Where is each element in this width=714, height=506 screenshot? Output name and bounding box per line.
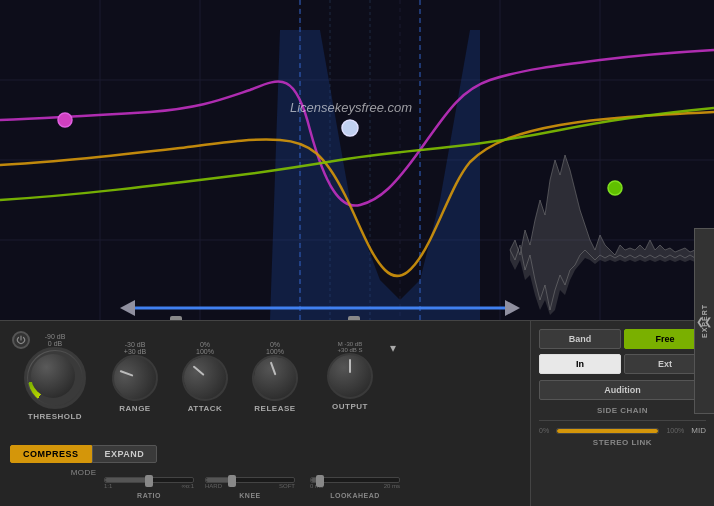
- release-min-label: 0%: [270, 341, 280, 348]
- knee-slider[interactable]: [205, 477, 295, 483]
- mode-section: COMPRESS EXPAND MODE: [10, 445, 157, 477]
- stereo-slider-fill: [557, 429, 658, 433]
- range-section: -30 dB +30 dB RANGE: [100, 329, 170, 413]
- ratio-slider-thumb[interactable]: [145, 475, 153, 487]
- threshold-min-label: -90 dB: [45, 333, 66, 340]
- threshold-max-label: 0 dB: [48, 340, 62, 347]
- knee-sublabels: HARD SOFT: [205, 483, 295, 489]
- threshold-section: -90 dB 0 dB THRESHOLD: [10, 329, 100, 421]
- ratio-left-label: 1:1: [104, 483, 112, 489]
- graph-canvas: [0, 0, 714, 320]
- main-container: Licensekeysfree.com: [0, 0, 714, 506]
- ratio-section: 1:1 ∞o:1 RATIO: [90, 477, 200, 499]
- band-free-row: Band Free: [539, 329, 706, 349]
- expand-button[interactable]: EXPAND: [92, 445, 158, 463]
- release-knob[interactable]: [248, 351, 301, 404]
- range-knob[interactable]: [103, 346, 168, 411]
- lookahead-slider-thumb[interactable]: [316, 475, 324, 487]
- attack-min-label: 0%: [200, 341, 210, 348]
- stereo-mid-label: MID: [691, 426, 706, 435]
- output-range-labels: M -30 dB +30 dB S: [310, 341, 390, 353]
- mode-label: MODE: [71, 468, 97, 477]
- lookahead-slider[interactable]: [310, 477, 400, 483]
- release-range-labels: 0% 100%: [240, 341, 310, 355]
- band-button[interactable]: Band: [539, 329, 621, 349]
- right-panel: × Band Free In Ext Audition SIDE CHAIN: [530, 321, 714, 506]
- knee-left-label: HARD: [205, 483, 222, 489]
- attack-knob[interactable]: [176, 349, 235, 408]
- threshold-range-labels: -90 dB 0 dB: [10, 333, 100, 347]
- range-min-label: -30 dB: [125, 341, 146, 348]
- attack-range-labels: 0% 100%: [170, 341, 240, 355]
- range-range-labels: -30 dB +30 dB: [100, 341, 170, 355]
- in-button[interactable]: In: [539, 354, 621, 374]
- threshold-knob[interactable]: [24, 347, 86, 409]
- stereo-slider[interactable]: [556, 428, 659, 434]
- svg-point-18: [342, 120, 358, 136]
- stereo-section: 0% 100% MID STEREO LINK: [539, 426, 706, 447]
- attack-section: 0% 100% ATTACK: [170, 329, 240, 413]
- in-ext-row: In Ext: [539, 354, 706, 374]
- output-section: M -30 dB +30 dB S OUTPUT: [310, 329, 390, 411]
- threshold-label: THRESHOLD: [28, 412, 82, 421]
- ratio-label: RATIO: [137, 492, 161, 499]
- knee-right-label: SOFT: [279, 483, 295, 489]
- stereo-right-val: 100%: [666, 427, 684, 434]
- stereo-slider-row: 0% 100% MID: [539, 426, 706, 435]
- stereo-link-label: STEREO LINK: [593, 438, 652, 447]
- audition-button[interactable]: Audition: [539, 380, 706, 400]
- attack-label: ATTACK: [188, 404, 223, 413]
- ratio-right-label: ∞o:1: [181, 483, 194, 489]
- control-panel: -90 dB 0 dB THRESHOLD -30 dB +30 dB R: [0, 320, 714, 506]
- lookahead-right-label: 20 ms: [384, 483, 400, 489]
- output-dropdown[interactable]: ▾: [390, 329, 406, 355]
- svg-point-17: [58, 113, 72, 127]
- side-chain-label: SIDE CHAIN: [539, 406, 706, 415]
- controls-left: -90 dB 0 dB THRESHOLD -30 dB +30 dB R: [0, 321, 530, 506]
- knee-label: KNEE: [239, 492, 260, 499]
- slider-row: 1:1 ∞o:1 RATIO HARD SOFT KNEE: [90, 477, 530, 499]
- lookahead-section: 0 ms 20 ms LOOKAHEAD: [300, 477, 410, 499]
- stereo-left-val: 0%: [539, 427, 549, 434]
- expert-chevron: ❮❮: [696, 316, 712, 327]
- output-knob[interactable]: [327, 353, 373, 399]
- knob-row: -90 dB 0 dB THRESHOLD -30 dB +30 dB R: [0, 321, 530, 421]
- mode-buttons: COMPRESS EXPAND: [10, 445, 157, 463]
- output-label: OUTPUT: [332, 402, 368, 411]
- compress-button[interactable]: COMPRESS: [10, 445, 92, 463]
- release-section: 0% 100% RELEASE: [240, 329, 310, 413]
- ratio-slider[interactable]: [104, 477, 194, 483]
- svg-point-19: [608, 181, 622, 195]
- expert-tab[interactable]: EXPERT ❮❮: [694, 228, 714, 414]
- threshold-knob-inner: [31, 354, 75, 398]
- knee-slider-thumb[interactable]: [228, 475, 236, 487]
- release-label: RELEASE: [254, 404, 295, 413]
- range-label: RANGE: [119, 404, 150, 413]
- ratio-slider-track: [105, 478, 149, 482]
- lookahead-label: LOOKAHEAD: [330, 492, 380, 499]
- knee-section: HARD SOFT KNEE: [200, 477, 300, 499]
- graph-area: Licensekeysfree.com: [0, 0, 714, 320]
- divider: [539, 420, 706, 421]
